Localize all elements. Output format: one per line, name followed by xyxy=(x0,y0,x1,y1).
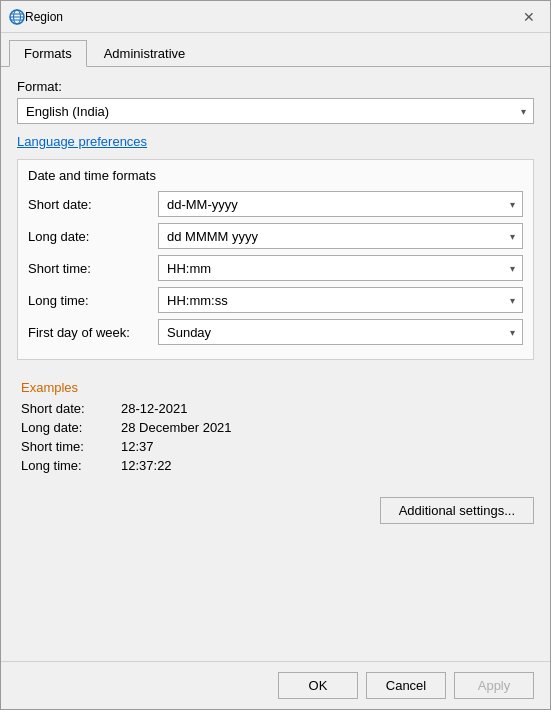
tab-administrative[interactable]: Administrative xyxy=(89,40,201,67)
short-date-row: Short date: dd-MM-yyyy ▾ xyxy=(28,191,523,217)
ok-button[interactable]: OK xyxy=(278,672,358,699)
first-day-label: First day of week: xyxy=(28,325,158,340)
example-long-date-value: 28 December 2021 xyxy=(121,420,232,435)
short-time-label: Short time: xyxy=(28,261,158,276)
example-short-date-label: Short date: xyxy=(21,401,121,416)
first-day-select[interactable]: Sunday xyxy=(158,319,523,345)
format-select-wrapper: English (India) ▾ xyxy=(17,98,534,124)
long-time-label: Long time: xyxy=(28,293,158,308)
short-date-select-wrapper: dd-MM-yyyy ▾ xyxy=(158,191,523,217)
first-day-select-wrapper: Sunday ▾ xyxy=(158,319,523,345)
long-time-select-wrapper: HH:mm:ss ▾ xyxy=(158,287,523,313)
dialog-footer: OK Cancel Apply xyxy=(1,661,550,709)
long-date-select[interactable]: dd MMMM yyyy xyxy=(158,223,523,249)
short-date-label: Short date: xyxy=(28,197,158,212)
format-label: Format: xyxy=(17,79,534,94)
example-long-time-row: Long time: 12:37:22 xyxy=(21,458,530,473)
short-time-select[interactable]: HH:mm xyxy=(158,255,523,281)
long-date-row: Long date: dd MMMM yyyy ▾ xyxy=(28,223,523,249)
long-date-select-wrapper: dd MMMM yyyy ▾ xyxy=(158,223,523,249)
language-preferences-link[interactable]: Language preferences xyxy=(17,134,534,149)
window-icon xyxy=(9,9,25,25)
datetime-formats-group: Date and time formats Short date: dd-MM-… xyxy=(17,159,534,360)
cancel-button[interactable]: Cancel xyxy=(366,672,446,699)
format-select[interactable]: English (India) xyxy=(17,98,534,124)
first-day-row: First day of week: Sunday ▾ xyxy=(28,319,523,345)
additional-settings-button[interactable]: Additional settings... xyxy=(380,497,534,524)
example-long-time-label: Long time: xyxy=(21,458,121,473)
long-date-label: Long date: xyxy=(28,229,158,244)
example-short-time-row: Short time: 12:37 xyxy=(21,439,530,454)
long-time-row: Long time: HH:mm:ss ▾ xyxy=(28,287,523,313)
example-short-date-value: 28-12-2021 xyxy=(121,401,188,416)
additional-settings-row: Additional settings... xyxy=(17,497,534,524)
example-long-time-value: 12:37:22 xyxy=(121,458,172,473)
tab-bar: Formats Administrative xyxy=(1,33,550,67)
example-long-date-label: Long date: xyxy=(21,420,121,435)
example-long-date-row: Long date: 28 December 2021 xyxy=(21,420,530,435)
examples-group: Examples Short date: 28-12-2021 Long dat… xyxy=(17,372,534,485)
example-short-time-value: 12:37 xyxy=(121,439,154,454)
apply-button[interactable]: Apply xyxy=(454,672,534,699)
examples-title: Examples xyxy=(21,380,530,395)
example-short-time-label: Short time: xyxy=(21,439,121,454)
short-time-select-wrapper: HH:mm ▾ xyxy=(158,255,523,281)
tab-content: Format: English (India) ▾ Language prefe… xyxy=(1,67,550,661)
long-time-select[interactable]: HH:mm:ss xyxy=(158,287,523,313)
close-button[interactable]: ✕ xyxy=(516,6,542,28)
short-time-row: Short time: HH:mm ▾ xyxy=(28,255,523,281)
datetime-group-title: Date and time formats xyxy=(28,168,523,183)
example-short-date-row: Short date: 28-12-2021 xyxy=(21,401,530,416)
short-date-select[interactable]: dd-MM-yyyy xyxy=(158,191,523,217)
tab-formats[interactable]: Formats xyxy=(9,40,87,67)
region-dialog: Region ✕ Formats Administrative Format: … xyxy=(0,0,551,710)
window-title: Region xyxy=(25,10,516,24)
title-bar: Region ✕ xyxy=(1,1,550,33)
